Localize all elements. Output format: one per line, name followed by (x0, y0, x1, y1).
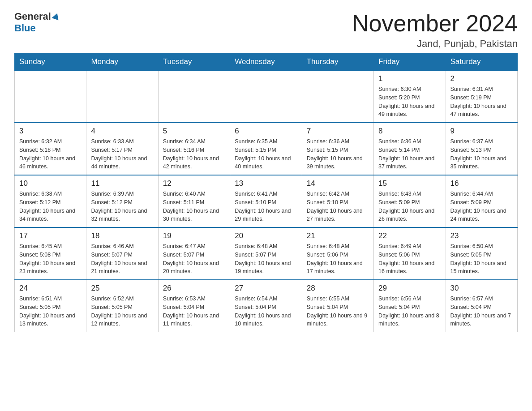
day-number: 10 (19, 179, 82, 188)
day-info: Sunrise: 6:37 AMSunset: 5:13 PMDaylight:… (450, 137, 513, 171)
day-info: Sunrise: 6:49 AMSunset: 5:06 PMDaylight:… (378, 242, 441, 276)
calendar-cell: 23Sunrise: 6:50 AMSunset: 5:05 PMDayligh… (446, 227, 517, 280)
day-info: Sunrise: 6:36 AMSunset: 5:15 PMDaylight:… (307, 137, 369, 171)
calendar-cell: 10Sunrise: 6:38 AMSunset: 5:12 PMDayligh… (15, 175, 86, 227)
header-monday: Monday (86, 54, 158, 71)
day-info: Sunrise: 6:48 AMSunset: 5:06 PMDaylight:… (307, 242, 369, 276)
day-number: 19 (163, 231, 225, 240)
calendar-cell (158, 70, 230, 123)
logo-text: General (14, 11, 61, 22)
day-info: Sunrise: 6:57 AMSunset: 5:04 PMDaylight:… (450, 295, 513, 328)
calendar-cell: 6Sunrise: 6:35 AMSunset: 5:15 PMDaylight… (230, 123, 302, 175)
header-tuesday: Tuesday (158, 54, 230, 71)
logo-blue-text: Blue (14, 22, 36, 34)
calendar-cell (230, 70, 302, 123)
day-number: 6 (235, 127, 297, 136)
day-info: Sunrise: 6:42 AMSunset: 5:10 PMDaylight:… (307, 190, 369, 223)
header-thursday: Thursday (302, 54, 373, 71)
day-number: 23 (450, 231, 513, 240)
day-info: Sunrise: 6:40 AMSunset: 5:11 PMDaylight:… (163, 190, 225, 223)
week-row-1: 1Sunrise: 6:30 AMSunset: 5:20 PMDaylight… (15, 70, 518, 123)
day-info: Sunrise: 6:54 AMSunset: 5:04 PMDaylight:… (235, 295, 297, 328)
calendar-cell: 11Sunrise: 6:39 AMSunset: 5:12 PMDayligh… (86, 175, 158, 227)
calendar-cell: 22Sunrise: 6:49 AMSunset: 5:06 PMDayligh… (374, 227, 446, 280)
day-number: 1 (378, 74, 441, 83)
day-info: Sunrise: 6:45 AMSunset: 5:08 PMDaylight:… (19, 242, 82, 276)
header-saturday: Saturday (446, 54, 517, 71)
day-info: Sunrise: 6:47 AMSunset: 5:07 PMDaylight:… (163, 242, 225, 276)
day-info: Sunrise: 6:55 AMSunset: 5:04 PMDaylight:… (307, 295, 369, 328)
title-section: November 2024 Jand, Punjab, Pakistan (352, 11, 518, 50)
day-number: 3 (19, 127, 82, 136)
logo-arrow-icon (51, 12, 60, 21)
week-row-3: 10Sunrise: 6:38 AMSunset: 5:12 PMDayligh… (15, 175, 518, 227)
calendar-cell: 21Sunrise: 6:48 AMSunset: 5:06 PMDayligh… (302, 227, 373, 280)
week-row-5: 24Sunrise: 6:51 AMSunset: 5:05 PMDayligh… (15, 280, 518, 332)
calendar-cell: 1Sunrise: 6:30 AMSunset: 5:20 PMDaylight… (374, 70, 446, 123)
day-number: 11 (91, 179, 153, 188)
calendar-cell: 13Sunrise: 6:41 AMSunset: 5:10 PMDayligh… (230, 175, 302, 227)
logo: General Blue (14, 11, 61, 34)
day-info: Sunrise: 6:41 AMSunset: 5:10 PMDaylight:… (235, 190, 297, 223)
day-info: Sunrise: 6:52 AMSunset: 5:05 PMDaylight:… (91, 295, 153, 328)
day-info: Sunrise: 6:56 AMSunset: 5:04 PMDaylight:… (378, 295, 441, 328)
day-number: 15 (378, 179, 441, 188)
day-info: Sunrise: 6:32 AMSunset: 5:18 PMDaylight:… (19, 137, 82, 171)
calendar-cell: 14Sunrise: 6:42 AMSunset: 5:10 PMDayligh… (302, 175, 373, 227)
day-info: Sunrise: 6:46 AMSunset: 5:07 PMDaylight:… (91, 242, 153, 276)
calendar-cell: 26Sunrise: 6:53 AMSunset: 5:04 PMDayligh… (158, 280, 230, 332)
day-info: Sunrise: 6:50 AMSunset: 5:05 PMDaylight:… (450, 242, 513, 276)
header-friday: Friday (374, 54, 446, 71)
day-info: Sunrise: 6:34 AMSunset: 5:16 PMDaylight:… (163, 137, 225, 171)
day-number: 13 (235, 179, 297, 188)
day-number: 4 (91, 127, 153, 136)
header-sunday: Sunday (15, 54, 86, 71)
calendar-cell: 15Sunrise: 6:43 AMSunset: 5:09 PMDayligh… (374, 175, 446, 227)
day-info: Sunrise: 6:48 AMSunset: 5:07 PMDaylight:… (235, 242, 297, 276)
day-number: 21 (307, 231, 369, 240)
calendar-cell: 3Sunrise: 6:32 AMSunset: 5:18 PMDaylight… (15, 123, 86, 175)
calendar-cell (302, 70, 373, 123)
week-row-4: 17Sunrise: 6:45 AMSunset: 5:08 PMDayligh… (15, 227, 518, 280)
day-number: 26 (163, 284, 225, 293)
calendar-cell: 16Sunrise: 6:44 AMSunset: 5:09 PMDayligh… (446, 175, 517, 227)
calendar-cell: 8Sunrise: 6:36 AMSunset: 5:14 PMDaylight… (374, 123, 446, 175)
calendar-cell: 4Sunrise: 6:33 AMSunset: 5:17 PMDaylight… (86, 123, 158, 175)
calendar-cell: 20Sunrise: 6:48 AMSunset: 5:07 PMDayligh… (230, 227, 302, 280)
calendar-cell: 27Sunrise: 6:54 AMSunset: 5:04 PMDayligh… (230, 280, 302, 332)
day-number: 17 (19, 231, 82, 240)
calendar-cell: 2Sunrise: 6:31 AMSunset: 5:19 PMDaylight… (446, 70, 517, 123)
day-number: 18 (91, 231, 153, 240)
calendar-table: SundayMondayTuesdayWednesdayThursdayFrid… (14, 53, 518, 332)
calendar-header-row: SundayMondayTuesdayWednesdayThursdayFrid… (15, 54, 518, 71)
day-number: 28 (307, 284, 369, 293)
day-info: Sunrise: 6:30 AMSunset: 5:20 PMDaylight:… (378, 85, 441, 119)
calendar-cell (15, 70, 86, 123)
location-title: Jand, Punjab, Pakistan (352, 38, 518, 50)
day-info: Sunrise: 6:36 AMSunset: 5:14 PMDaylight:… (378, 137, 441, 171)
day-number: 16 (450, 179, 513, 188)
day-number: 8 (378, 127, 441, 136)
day-info: Sunrise: 6:44 AMSunset: 5:09 PMDaylight:… (450, 190, 513, 223)
day-info: Sunrise: 6:31 AMSunset: 5:19 PMDaylight:… (450, 85, 513, 119)
calendar-cell: 30Sunrise: 6:57 AMSunset: 5:04 PMDayligh… (446, 280, 517, 332)
day-number: 9 (450, 127, 513, 136)
calendar-cell: 9Sunrise: 6:37 AMSunset: 5:13 PMDaylight… (446, 123, 517, 175)
page-header: General Blue November 2024 Jand, Punjab,… (14, 11, 518, 50)
calendar-cell: 19Sunrise: 6:47 AMSunset: 5:07 PMDayligh… (158, 227, 230, 280)
day-number: 12 (163, 179, 225, 188)
day-info: Sunrise: 6:39 AMSunset: 5:12 PMDaylight:… (91, 190, 153, 223)
calendar-cell: 17Sunrise: 6:45 AMSunset: 5:08 PMDayligh… (15, 227, 86, 280)
calendar-cell: 5Sunrise: 6:34 AMSunset: 5:16 PMDaylight… (158, 123, 230, 175)
day-number: 14 (307, 179, 369, 188)
day-number: 25 (91, 284, 153, 293)
calendar-cell: 12Sunrise: 6:40 AMSunset: 5:11 PMDayligh… (158, 175, 230, 227)
calendar-cell: 28Sunrise: 6:55 AMSunset: 5:04 PMDayligh… (302, 280, 373, 332)
svg-marker-0 (51, 12, 60, 20)
calendar-cell (86, 70, 158, 123)
header-wednesday: Wednesday (230, 54, 302, 71)
day-number: 22 (378, 231, 441, 240)
day-number: 2 (450, 74, 513, 83)
month-title: November 2024 (352, 11, 518, 36)
day-info: Sunrise: 6:43 AMSunset: 5:09 PMDaylight:… (378, 190, 441, 223)
